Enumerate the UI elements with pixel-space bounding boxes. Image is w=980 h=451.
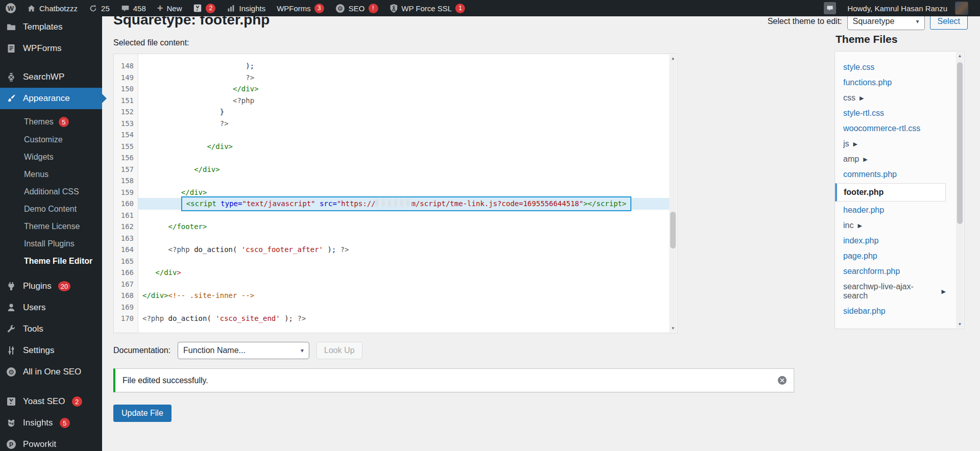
new-content-menu[interactable]: + New [152, 0, 188, 16]
code-line[interactable]: 153 ?> [114, 118, 669, 130]
theme-file-searchwp-live-ajax-search[interactable]: searchwp-live-ajax-search▶ [835, 279, 946, 304]
editor-scroll-thumb[interactable] [670, 212, 676, 248]
theme-file-comments.php[interactable]: comments.php [835, 167, 946, 182]
code-line[interactable]: 161 [114, 210, 669, 221]
updates-menu[interactable]: 25 [83, 0, 115, 16]
submenu-widgets[interactable]: Widgets [0, 148, 102, 166]
sidebar-item-poworkit[interactable]: P Poworkit [0, 434, 102, 451]
sidebar-item-insights[interactable]: Insights 5 [0, 412, 102, 434]
submenu-theme-file-editor[interactable]: Theme File Editor [0, 253, 102, 270]
theme-file-page.php[interactable]: page.php [835, 248, 946, 264]
sidebar-item-yoast[interactable]: Yoast SEO 2 [0, 391, 102, 412]
code-line[interactable]: 151 <?php [114, 95, 669, 107]
line-number: 149 [114, 72, 138, 84]
editor-scrollbar[interactable]: ▲ ▼ [669, 55, 677, 332]
seo-menu[interactable]: ⚙ SEO ! [330, 0, 384, 16]
force-ssl-label: WP Force SSL [402, 4, 452, 13]
sidebar-item-plugins[interactable]: Plugins 20 [0, 275, 102, 297]
sidebar-item-tools[interactable]: Tools [0, 318, 102, 340]
theme-file-style.css[interactable]: style.css [835, 60, 946, 75]
code-line[interactable]: 155 </div> [114, 141, 669, 153]
dismiss-notice-button[interactable] [777, 375, 787, 385]
code-line[interactable]: 164 <?php do_action( 'csco_footer_after'… [114, 244, 669, 256]
code-line[interactable]: 167 [114, 279, 669, 290]
themes-badge: 5 [59, 117, 69, 127]
comments-menu[interactable]: 458 [115, 0, 152, 16]
code-line[interactable]: 162 </footer> [114, 221, 669, 233]
sidebar-item-searchwp[interactable]: SearchWP [0, 66, 102, 88]
editor-scroll-track[interactable] [669, 62, 677, 324]
scroll-up-button[interactable]: ▲ [956, 52, 964, 60]
insights-menu[interactable]: Insights [221, 0, 271, 16]
function-select[interactable]: Function Name... ▾ [178, 342, 309, 359]
code-line[interactable]: 163 [114, 233, 669, 244]
sidebar-item-aioseo[interactable]: ⚙ All in One SEO [0, 361, 102, 383]
line-number: 157 [114, 164, 138, 176]
folder-arrow-icon: ▶ [942, 288, 946, 295]
theme-file-functions.php[interactable]: functions.php [835, 75, 946, 90]
sidebar-item-wpforms[interactable]: WPForms [0, 38, 102, 59]
theme-file-sidebar.php[interactable]: sidebar.php [835, 304, 946, 319]
site-name-menu[interactable]: Chatbotzzz [21, 0, 83, 16]
scroll-down-button[interactable]: ▼ [669, 324, 677, 332]
theme-file-js[interactable]: js▶ [835, 136, 946, 152]
theme-file-woocommerce-rtl.css[interactable]: woocommerce-rtl.css [835, 121, 946, 136]
sidebar-item-users[interactable]: Users [0, 297, 102, 318]
sidebar-label: Appearance [23, 93, 70, 104]
code-line[interactable]: 168</div><!-- .site-inner --> [114, 290, 669, 302]
submenu-menus[interactable]: Menus [0, 166, 102, 183]
code-line[interactable]: 154 [114, 129, 669, 141]
scroll-up-button[interactable]: ▲ [669, 55, 677, 62]
code-line[interactable]: 149 ?> [114, 72, 669, 84]
scroll-down-button[interactable]: ▼ [956, 320, 964, 328]
submenu-customize[interactable]: Customize [0, 131, 102, 148]
sidebar-label: All in One SEO [23, 367, 81, 377]
code-text: ?> [138, 72, 669, 84]
theme-select-value: Squaretype [853, 17, 895, 26]
sidebar-item-templates[interactable]: Templates [0, 16, 102, 38]
yoast-menu[interactable]: 2 [187, 0, 221, 16]
theme-file-header.php[interactable]: header.php [835, 203, 946, 218]
line-number: 164 [114, 244, 138, 256]
theme-file-inc[interactable]: inc▶ [835, 218, 946, 233]
files-scrollbar[interactable]: ▲ ▼ [956, 52, 964, 328]
theme-file-style-rtl.css[interactable]: style-rtl.css [835, 106, 946, 121]
feedback-menu[interactable] [818, 2, 842, 14]
submenu-demo-content[interactable]: Demo Content [0, 201, 102, 218]
update-file-button[interactable]: Update File [113, 405, 172, 422]
theme-file-index.php[interactable]: index.php [835, 233, 946, 248]
code-line[interactable]: 158 [114, 175, 669, 187]
wpforms-menu[interactable]: WPForms 3 [271, 0, 330, 16]
files-scroll-thumb[interactable] [957, 62, 963, 224]
code-line[interactable]: 152 } [114, 106, 669, 118]
force-ssl-menu[interactable]: WP Force SSL 1 [384, 0, 471, 16]
code-editor[interactable]: 148 );149 ?>150 </div>151 <?php152 }153 … [113, 54, 678, 333]
submenu-additional-css[interactable]: Additional CSS [0, 183, 102, 201]
theme-file-css[interactable]: css▶ [835, 90, 946, 106]
lookup-button[interactable]: Look Up [316, 342, 362, 359]
submenu-themes[interactable]: Themes 5 [0, 113, 102, 131]
code-line[interactable]: 156 [114, 152, 669, 164]
code-line[interactable]: 148 ); [114, 60, 669, 72]
admin-sidebar: Templates WPForms SearchWP Appearance Th… [0, 16, 102, 451]
code-line[interactable]: 165 [114, 256, 669, 267]
code-line[interactable]: 170<?php do_action( 'csco_site_end' ); ?… [114, 313, 669, 324]
code-line[interactable]: 157 </div> [114, 164, 669, 176]
code-line[interactable]: 160 <script type="text/javascript" src="… [114, 198, 669, 210]
submenu-theme-license[interactable]: Theme License [0, 218, 102, 235]
code-line[interactable]: 166 </div> [114, 267, 669, 279]
paintbrush-icon [6, 93, 16, 104]
theme-file-amp[interactable]: amp▶ [835, 152, 946, 167]
theme-file-footer.php[interactable]: footer.php [835, 183, 946, 202]
code-line[interactable]: 169 [114, 302, 669, 313]
code-line[interactable]: 150 </div> [114, 83, 669, 95]
wordpress-logo-menu[interactable]: W [0, 0, 21, 16]
monster-mascot-icon [6, 418, 16, 428]
files-scroll-track[interactable] [956, 60, 964, 320]
my-account-menu[interactable]: Howdy, Kamrul Hasan Ranzu [842, 2, 974, 15]
chevron-down-icon: ▾ [301, 347, 304, 354]
sidebar-item-appearance[interactable]: Appearance [0, 88, 102, 109]
sidebar-item-settings[interactable]: Settings [0, 340, 102, 361]
submenu-install-plugins[interactable]: Install Plugins [0, 235, 102, 253]
theme-file-searchform.php[interactable]: searchform.php [835, 264, 946, 279]
